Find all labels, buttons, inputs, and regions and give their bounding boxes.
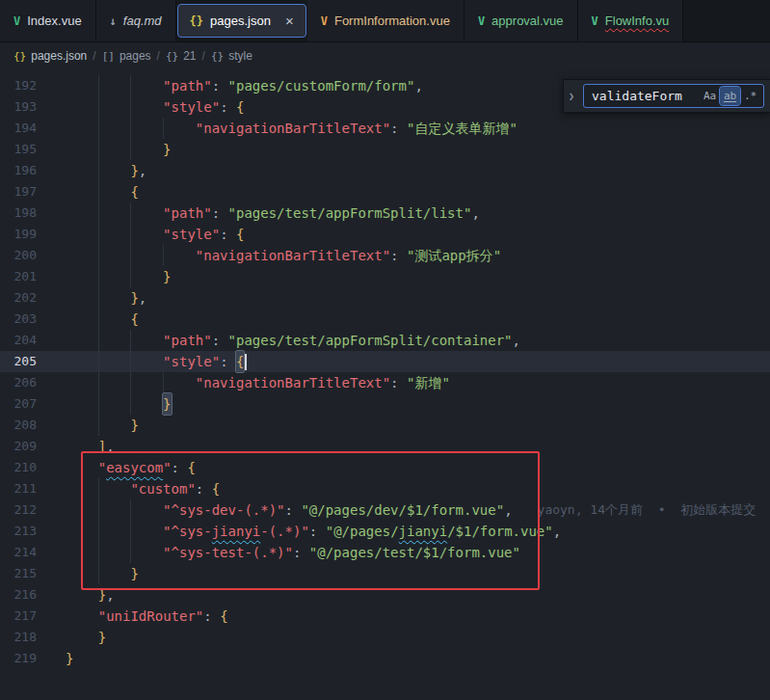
tab-pages-json[interactable]: {}pages.json× bbox=[177, 4, 306, 38]
code-token: /$1/form.vue" bbox=[447, 521, 553, 542]
chevron-right-icon[interactable]: ❯ bbox=[564, 80, 579, 112]
line-number: 209 bbox=[0, 436, 37, 457]
code-token: "pages/test/appFormSplit/list" bbox=[228, 202, 472, 224]
tab-label: pages.json bbox=[210, 13, 271, 28]
code-token: "测试app拆分" bbox=[407, 245, 501, 266]
code-token: } bbox=[98, 584, 106, 606]
indent-guide bbox=[66, 478, 98, 499]
code-line-200[interactable]: 200"navigationBarTitleText": "测试app拆分" bbox=[0, 245, 770, 266]
editor[interactable]: 192"path": "pages/customForm/form",193"s… bbox=[0, 69, 770, 700]
code-line-211[interactable]: 211"custom": { bbox=[0, 478, 770, 499]
line-number: 196 bbox=[0, 160, 37, 181]
code-line-202[interactable]: 202}, bbox=[0, 287, 770, 309]
code-line-199[interactable]: 199"style": { bbox=[0, 224, 770, 245]
code-line-195[interactable]: 195} bbox=[0, 139, 770, 160]
whole-word-toggle[interactable]: ab bbox=[720, 87, 740, 105]
code-line-217[interactable]: 217"uniIdRouter": { bbox=[0, 606, 770, 627]
code-token: "uniIdRouter" bbox=[98, 606, 204, 627]
code-line-203[interactable]: 203{ bbox=[0, 309, 770, 330]
breadcrumb-item-21[interactable]: {}21 bbox=[166, 49, 197, 63]
match-case-toggle[interactable]: Aa bbox=[700, 87, 720, 105]
code-token: "navigationBarTitleText" bbox=[196, 245, 390, 266]
code-line-215[interactable]: 215} bbox=[0, 563, 770, 584]
code-token: " bbox=[163, 457, 171, 478]
text-cursor bbox=[245, 354, 247, 370]
code-line-212[interactable]: 212"^sys-dev-(.*)": "@/pages/dev/$1/form… bbox=[0, 499, 770, 521]
indent-guide bbox=[66, 372, 98, 393]
indent-guide bbox=[130, 245, 163, 266]
code-token: } bbox=[130, 287, 138, 309]
indent-guide bbox=[98, 75, 131, 96]
code-line-219[interactable]: 219} bbox=[0, 648, 770, 669]
line-number: 192 bbox=[0, 75, 37, 96]
indent-guide bbox=[130, 118, 163, 139]
code-line-201[interactable]: 201} bbox=[0, 266, 770, 287]
code-token: jianyi bbox=[212, 521, 261, 542]
code-token: : bbox=[390, 245, 407, 266]
indent-guide bbox=[130, 96, 163, 118]
indent-guide bbox=[66, 266, 98, 287]
indent-guide bbox=[66, 393, 98, 415]
code-line-213[interactable]: 213"^sys-jianyi-(.*)": "@/pages/jianyi/$… bbox=[0, 521, 770, 542]
code-line-205[interactable]: 205"style": { bbox=[0, 351, 770, 372]
indent-guide bbox=[98, 351, 131, 372]
tab-faq-md[interactable]: ↓faq.md bbox=[96, 0, 176, 41]
tab-approval-vue[interactable]: Vapproval.vue bbox=[465, 0, 578, 41]
code-token: } bbox=[163, 266, 171, 287]
breadcrumb-item-pages-json[interactable]: {}pages.json bbox=[13, 49, 87, 63]
code-token: "@/pages/test/$1/form.vue" bbox=[309, 542, 520, 563]
regex-toggle[interactable]: .* bbox=[740, 87, 760, 105]
code-token: , bbox=[471, 202, 479, 224]
code-line-210[interactable]: 210"easycom": { bbox=[0, 457, 770, 478]
code-token: : bbox=[220, 96, 236, 118]
breadcrumb-item-style[interactable]: {}style bbox=[211, 49, 252, 63]
code-line-214[interactable]: 214"^sys-test-(.*)": "@/pages/test/$1/fo… bbox=[0, 542, 770, 563]
code-token: "navigationBarTitleText" bbox=[196, 372, 390, 393]
code-line-198[interactable]: 198"path": "pages/test/appFormSplit/list… bbox=[0, 202, 770, 224]
line-number: 216 bbox=[0, 584, 37, 606]
tab-label: approval.vue bbox=[491, 13, 563, 28]
line-number: 206 bbox=[0, 372, 37, 393]
indent-guide bbox=[130, 351, 163, 372]
line-number: 202 bbox=[0, 287, 37, 309]
breadcrumb-item-pages[interactable]: []pages bbox=[102, 49, 151, 63]
tab-forminformation-vue[interactable]: VFormInformation.vue bbox=[307, 0, 465, 41]
code-token: "@/pages/ bbox=[326, 521, 399, 542]
markdown-icon: ↓ bbox=[110, 14, 117, 28]
code-line-206[interactable]: 206"navigationBarTitleText": "新增" bbox=[0, 372, 770, 393]
code-token: : bbox=[212, 330, 228, 351]
tab-flowinfo-vu[interactable]: VFlowInfo.vu bbox=[578, 0, 684, 41]
indent-guide bbox=[66, 415, 98, 436]
find-input[interactable]: validateForm Aa ab .* bbox=[583, 84, 764, 108]
line-number: 201 bbox=[0, 266, 37, 287]
indent-guide bbox=[66, 75, 98, 96]
line-number: 204 bbox=[0, 330, 37, 351]
code-line-196[interactable]: 196}, bbox=[0, 160, 770, 181]
code-token: easycom bbox=[106, 457, 163, 478]
close-icon[interactable]: × bbox=[285, 13, 294, 28]
indent-guide bbox=[66, 181, 98, 202]
indent-guide bbox=[130, 139, 163, 160]
code-line-194[interactable]: 194"navigationBarTitleText": "自定义表单新增" bbox=[0, 118, 770, 139]
indent-guide bbox=[98, 563, 131, 584]
code-line-218[interactable]: 218} bbox=[0, 627, 770, 648]
code-line-197[interactable]: 197{ bbox=[0, 181, 770, 202]
code-line-208[interactable]: 208} bbox=[0, 415, 770, 436]
line-number: 218 bbox=[0, 627, 37, 648]
breadcrumb-label: pages.json bbox=[31, 49, 87, 63]
code-line-204[interactable]: 204"path": "pages/test/appFormSplit/cont… bbox=[0, 330, 770, 351]
indent-guide bbox=[66, 245, 98, 266]
indent-guide bbox=[98, 521, 131, 542]
indent-guide bbox=[130, 266, 163, 287]
code-line-207[interactable]: 207} bbox=[0, 393, 770, 415]
tab-index-vue[interactable]: VIndex.vue bbox=[0, 0, 96, 41]
line-number: 210 bbox=[0, 457, 37, 478]
breadcrumb-label: style bbox=[228, 49, 252, 63]
breadcrumb-label: pages bbox=[119, 49, 151, 63]
indent-guide bbox=[66, 606, 98, 627]
code-line-216[interactable]: 216}, bbox=[0, 584, 770, 606]
code-line-209[interactable]: 209], bbox=[0, 436, 770, 457]
code-token: : bbox=[203, 606, 220, 627]
code-token: , bbox=[106, 436, 114, 457]
code-area: 192"path": "pages/customForm/form",193"s… bbox=[0, 75, 770, 669]
